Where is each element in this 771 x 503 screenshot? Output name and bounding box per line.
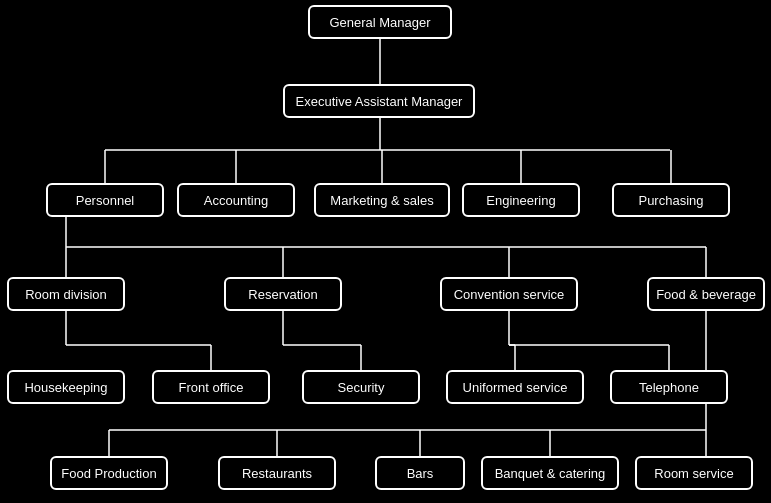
restaurants-node: Restaurants [218,456,336,490]
engineering-node: Engineering [462,183,580,217]
personnel-node: Personnel [46,183,164,217]
room-service-node: Room service [635,456,753,490]
banquet-catering-node: Banquet & catering [481,456,619,490]
executive-assistant-node: Executive Assistant Manager [283,84,475,118]
connector-lines [0,0,771,503]
purchasing-node: Purchasing [612,183,730,217]
front-office-node: Front office [152,370,270,404]
convention-service-node: Convention service [440,277,578,311]
accounting-node: Accounting [177,183,295,217]
general-manager-node: General Manager [308,5,452,39]
food-production-node: Food Production [50,456,168,490]
org-chart: General ManagerExecutive Assistant Manag… [0,0,771,503]
room-division-node: Room division [7,277,125,311]
uniformed-service-node: Uniformed service [446,370,584,404]
marketing-sales-node: Marketing & sales [314,183,450,217]
security-node: Security [302,370,420,404]
telephone-node: Telephone [610,370,728,404]
food-beverage-node: Food & beverage [647,277,765,311]
housekeeping-node: Housekeeping [7,370,125,404]
bars-node: Bars [375,456,465,490]
reservation-node: Reservation [224,277,342,311]
